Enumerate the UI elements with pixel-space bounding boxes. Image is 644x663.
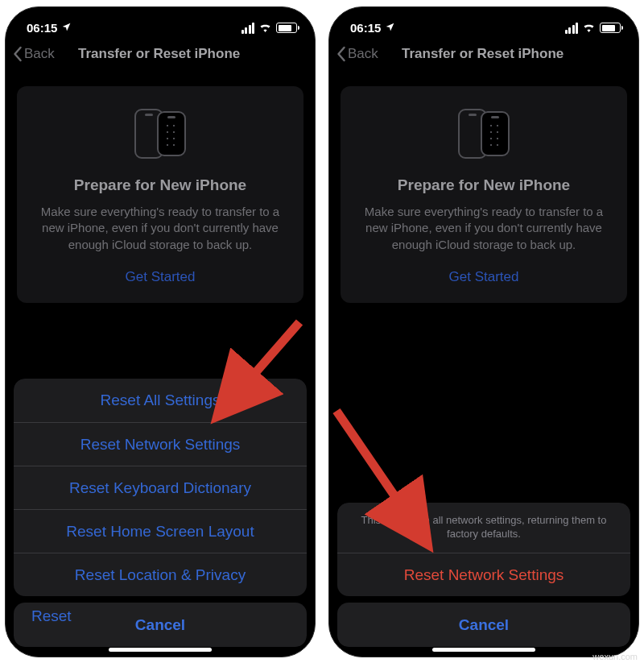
reset-network-settings-option[interactable]: Reset Network Settings	[14, 422, 307, 466]
reset-options-list: Reset All Settings Reset Network Setting…	[14, 379, 307, 596]
phone-screenshot-right: 06:15 Back Transfer or Reset iPhone Prep…	[328, 6, 639, 657]
reset-action-sheet: Reset All Settings Reset Network Setting…	[14, 379, 307, 647]
card-heading: Prepare for New iPhone	[33, 176, 287, 194]
confirm-action-sheet: This will delete all network settings, r…	[337, 503, 630, 647]
cellular-signal-icon	[242, 23, 255, 34]
wifi-icon	[582, 21, 596, 35]
chevron-left-icon	[12, 46, 23, 62]
reset-home-screen-layout-option[interactable]: Reset Home Screen Layout	[14, 509, 307, 553]
devices-icon	[357, 104, 611, 164]
reset-location-privacy-option[interactable]: Reset Location & Privacy	[14, 553, 307, 596]
status-time: 06:15	[27, 21, 57, 35]
prepare-card: Prepare for New iPhone Make sure everyth…	[17, 86, 303, 303]
chevron-left-icon	[336, 46, 346, 62]
battery-icon	[276, 23, 297, 33]
home-indicator[interactable]	[109, 648, 212, 652]
battery-icon	[600, 23, 621, 33]
back-label: Back	[348, 46, 378, 62]
get-started-button[interactable]: Get Started	[357, 269, 611, 285]
cancel-button[interactable]: Cancel	[337, 603, 630, 647]
card-body: Make sure everything's ready to transfer…	[357, 204, 611, 253]
back-label: Back	[24, 46, 55, 62]
reset-keyboard-dictionary-option[interactable]: Reset Keyboard Dictionary	[14, 466, 307, 509]
status-bar: 06:15	[329, 7, 638, 36]
get-started-button[interactable]: Get Started	[33, 269, 287, 285]
location-icon	[385, 21, 395, 35]
navigation-bar: Back Transfer or Reset iPhone	[329, 36, 638, 72]
card-body: Make sure everything's ready to transfer…	[33, 204, 287, 253]
back-button[interactable]: Back	[336, 46, 378, 62]
watermark: wexun.com	[592, 652, 638, 661]
navigation-bar: Back Transfer or Reset iPhone	[6, 36, 315, 72]
confirm-reset-network-button[interactable]: Reset Network Settings	[337, 553, 630, 596]
page-title: Transfer or Reset iPhone	[78, 46, 240, 61]
location-icon	[61, 21, 72, 35]
prepare-card: Prepare for New iPhone Make sure everyth…	[341, 86, 627, 303]
confirm-sheet-list: This will delete all network settings, r…	[337, 503, 630, 596]
home-indicator[interactable]	[432, 648, 535, 652]
wifi-icon	[258, 21, 272, 35]
confirm-message: This will delete all network settings, r…	[337, 503, 630, 553]
phone-screenshot-left: 06:15 Back Transfer or Reset iPhone Prep…	[5, 6, 316, 657]
reset-peek-label: Reset	[31, 607, 72, 625]
status-time: 06:15	[350, 21, 381, 35]
devices-icon	[33, 104, 287, 164]
back-button[interactable]: Back	[12, 46, 55, 62]
status-bar: 06:15	[6, 7, 315, 36]
page-title: Transfer or Reset iPhone	[402, 46, 564, 61]
cellular-signal-icon	[565, 23, 579, 34]
reset-all-settings-option[interactable]: Reset All Settings	[14, 379, 307, 422]
card-heading: Prepare for New iPhone	[357, 176, 611, 194]
